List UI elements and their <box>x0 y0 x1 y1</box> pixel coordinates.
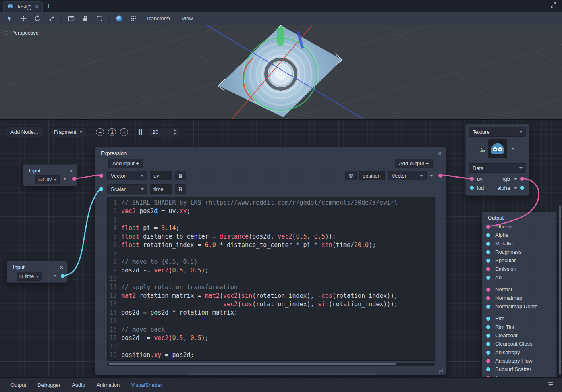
move-tool-icon[interactable] <box>19 14 28 23</box>
port-dot[interactable] <box>486 276 490 280</box>
chevron-down-icon[interactable] <box>512 148 515 150</box>
port-dot[interactable] <box>486 250 490 254</box>
output-port-clearcoat[interactable]: Clearcoat <box>482 331 556 340</box>
code-line[interactable]: 2vec2 pos2d = uv.xy; <box>108 207 434 216</box>
texture-type-dropdown[interactable]: Texture <box>469 127 526 137</box>
output-port-metallic[interactable]: Metallic <box>482 239 556 248</box>
scene-tab[interactable]: Test(*) × <box>3 1 43 12</box>
code-line[interactable]: 7 <box>108 249 434 258</box>
snap-toggle-icon[interactable] <box>129 14 138 23</box>
zoom-in-button[interactable]: + <box>120 128 128 136</box>
port-dot[interactable] <box>486 305 490 309</box>
close-node-icon[interactable]: × <box>438 150 442 156</box>
uv-name-field[interactable]: uv <box>150 171 172 180</box>
code-line[interactable]: 9pos2d -= vec2(0.5, 0.5); <box>108 266 434 275</box>
expression-code-editor[interactable]: 1// SWIRL SHADER by LKS (https://www.red… <box>107 197 435 361</box>
close-node-icon[interactable]: × <box>69 168 73 174</box>
code-line[interactable]: 1// SWIRL SHADER by LKS (https://www.red… <box>108 199 434 207</box>
port-dot[interactable] <box>486 259 490 263</box>
texture-uv-port[interactable] <box>470 177 474 181</box>
lock-object-icon[interactable] <box>81 14 90 23</box>
code-line[interactable]: 11// apply rotation transformation <box>108 283 434 292</box>
delete-position-output-button[interactable] <box>345 171 357 180</box>
snap-distance-spinbox[interactable]: 20 <box>149 127 180 137</box>
input-time-output-port[interactable] <box>61 274 65 278</box>
code-line[interactable]: 17pos2d += vec2(0.5, 0.5); <box>108 334 434 342</box>
bottom-tab-animation[interactable]: Animation <box>91 380 124 390</box>
port-dot[interactable] <box>486 296 490 300</box>
transform-menu[interactable]: Transform <box>143 14 173 23</box>
add-output-button[interactable]: Add output + <box>395 159 433 168</box>
node-resize-handle[interactable] <box>439 369 444 373</box>
time-name-field[interactable]: time <box>150 184 172 194</box>
delete-uv-input-button[interactable] <box>175 171 186 180</box>
code-line[interactable]: 10 <box>108 275 434 283</box>
zoom-reset-button[interactable]: 1 <box>108 128 116 136</box>
output-port-subsurf-scatter[interactable]: Subsurf Scatter <box>482 365 556 373</box>
texture-rgb-port[interactable] <box>520 177 524 181</box>
input-uv-output-port[interactable] <box>72 177 76 181</box>
output-port-anisotropy-flow[interactable]: Anisotropy Flow <box>482 357 556 365</box>
tab-close-icon[interactable]: × <box>35 3 39 10</box>
code-line[interactable]: 18 <box>108 342 434 351</box>
code-line[interactable]: 8// move to (0.5, 0.5) <box>108 258 434 266</box>
port-dot[interactable] <box>486 288 490 292</box>
shader-mode-dropdown[interactable]: Fragment <box>50 127 87 137</box>
snap-grid-toggle-icon[interactable] <box>136 128 145 137</box>
port-dot[interactable] <box>486 351 490 355</box>
texture-node[interactable]: Texture Data uv rgb lod alpha <box>465 124 529 196</box>
texture-data-dropdown[interactable]: Data <box>469 163 526 173</box>
position-type-dropdown[interactable]: Vector <box>388 171 427 180</box>
output-port-normal[interactable]: Normal <box>482 285 556 294</box>
expand-port-icon[interactable] <box>514 187 517 189</box>
code-line[interactable]: 19position.xy = pos2d; <box>108 351 434 359</box>
port-dot[interactable] <box>486 325 490 329</box>
output-port-normalmap-depth[interactable]: Normalmap Depth <box>482 302 556 311</box>
rotate-tool-icon[interactable] <box>33 14 42 23</box>
expression-node[interactable]: Expression × Add input + Add output + Ve… <box>95 147 446 375</box>
input-time-node[interactable]: Input × flt time <box>7 261 68 283</box>
code-line[interactable]: 15 <box>108 317 434 326</box>
scale-tool-icon[interactable] <box>47 14 56 23</box>
expand-port-icon[interactable] <box>430 175 433 177</box>
output-port-roughness[interactable]: Roughness <box>482 248 556 256</box>
uv-type-dropdown[interactable]: Vector <box>107 171 147 180</box>
code-line[interactable]: 14pos2d = pos2d * rotation_matrix; <box>108 309 434 317</box>
graph-hscrollbar[interactable] <box>189 373 377 375</box>
bottom-tab-debugger[interactable]: Debugger <box>33 380 65 390</box>
code-line[interactable]: 16// move back <box>108 326 434 334</box>
expand-port-icon[interactable] <box>53 275 56 277</box>
port-dot[interactable] <box>486 342 490 346</box>
output-port-clearcoat-gloss[interactable]: Clearcoat Gloss <box>482 340 556 348</box>
code-hscrollbar-track[interactable] <box>107 363 435 366</box>
port-dot[interactable] <box>486 359 490 363</box>
output-port-specular[interactable]: Specular <box>482 256 556 265</box>
output-port-emission[interactable]: Emission <box>482 265 556 273</box>
view-menu[interactable]: View <box>178 14 196 23</box>
output-port-alpha[interactable]: Alpha <box>482 231 556 239</box>
expand-port-icon[interactable] <box>63 178 66 180</box>
expand-bottom-panel-icon[interactable] <box>545 380 556 391</box>
fullscreen-toggle-icon[interactable] <box>548 0 559 11</box>
code-line[interactable]: 3 <box>108 216 434 224</box>
port-dot[interactable] <box>486 334 490 338</box>
delete-time-input-button[interactable] <box>175 184 186 194</box>
code-line[interactable]: 12mat2 rotation_matrix = mat2(vec2(sin(r… <box>108 292 434 300</box>
graph-vscrollbar[interactable] <box>559 205 561 375</box>
output-port-normalmap[interactable]: Normalmap <box>482 294 556 302</box>
output-port-transmission[interactable]: Transmission <box>482 373 556 377</box>
input-time-dropdown[interactable]: flt time <box>17 272 42 281</box>
port-dot[interactable] <box>486 317 490 321</box>
bottom-tab-visualshader[interactable]: VisualShader <box>126 380 167 390</box>
input-uv-dropdown[interactable]: uv3 uv <box>35 175 60 184</box>
position-name-field[interactable]: position <box>359 171 385 180</box>
code-line[interactable]: 6float rotation_index = 6.0 * distance_t… <box>108 241 434 249</box>
output-port-rim[interactable]: Rim <box>482 314 556 323</box>
port-dot[interactable] <box>486 225 490 229</box>
add-node-button[interactable]: Add Node... <box>6 127 43 137</box>
perspective-menu[interactable]: Perspective <box>6 30 39 36</box>
port-dot[interactable] <box>486 376 490 378</box>
local-space-toggle-icon[interactable] <box>115 14 124 23</box>
texture-lod-port[interactable] <box>470 186 474 190</box>
port-dot[interactable] <box>486 242 490 246</box>
